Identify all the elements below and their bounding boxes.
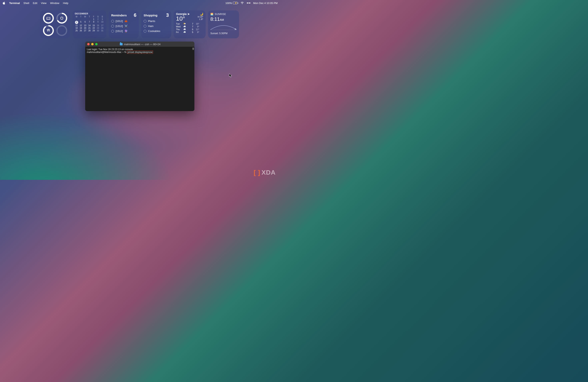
calendar-widget[interactable]: DECEMBER MTWTFSS123456789101112131415161…	[72, 10, 106, 38]
calendar-day: 4	[75, 21, 78, 24]
battery-device-macbook	[43, 13, 54, 24]
terminal-body[interactable]: Last login: Tue Nov 28 23:23:13 on conso…	[85, 47, 194, 111]
calendar-dow: W	[84, 16, 87, 18]
reminder-item[interactable]: [1512] 🔮	[111, 30, 136, 33]
reminder-emoji: 🦀	[125, 19, 127, 22]
calendar-day: 24	[101, 27, 104, 29]
calendar-day	[79, 18, 83, 20]
battery-status[interactable]: 100% ⚡	[225, 1, 238, 5]
calendar-day: 16	[96, 24, 100, 27]
reminder-emoji: ⚔️	[125, 25, 127, 28]
calendar-dow: T	[79, 16, 83, 18]
moon-icon: 🌙	[198, 12, 203, 16]
checkbox-icon[interactable]	[144, 25, 147, 28]
calendar-day: 1	[92, 18, 95, 20]
checkbox-icon[interactable]	[111, 25, 114, 28]
shopping-item[interactable]: Cookables	[144, 30, 169, 33]
terminal-titlebar[interactable]: mahmouditani — -zsh — 80×24	[85, 41, 194, 47]
battery-device-empty	[56, 25, 67, 36]
sunrise-icon: 🌅	[210, 13, 214, 16]
reminder-item[interactable]: [1012] 🦀	[111, 19, 136, 22]
reminders-widget[interactable]: Reminders 6 [1012] 🦀[1312] ⚔️[1512] 🔮	[109, 10, 139, 38]
sun-arc	[210, 23, 237, 30]
calendar-day: 3	[101, 18, 104, 20]
svg-point-14	[57, 26, 67, 35]
weather-day: Fri	[176, 31, 182, 33]
desktop-widgets: DECEMBER MTWTFSS123456789101112131415161…	[40, 10, 239, 38]
battery-device-airpods	[43, 25, 54, 36]
apple-menu-icon[interactable]	[2, 1, 6, 5]
checkbox-icon[interactable]	[111, 20, 114, 22]
zoom-button[interactable]	[95, 43, 98, 45]
svg-rect-3	[47, 17, 50, 19]
calendar-dow: T	[88, 16, 91, 18]
terminal-title: mahmouditani — -zsh — 80×24	[124, 43, 160, 46]
sunrise-time: 8:11	[210, 16, 220, 22]
calendar-day: 25	[75, 30, 78, 32]
weather-day-hi: 5	[189, 28, 193, 31]
calendar-day: 31	[101, 30, 104, 32]
calendar-day: 9	[96, 21, 100, 24]
weather-hi: H:18°	[198, 16, 203, 18]
menu-window[interactable]: Window	[50, 1, 59, 5]
menu-bar: Terminal Shell Edit View Window Help 100…	[0, 0, 280, 6]
menu-help[interactable]: Help	[63, 1, 68, 5]
mouse-cursor-icon	[229, 74, 232, 79]
calendar-day: 28	[88, 30, 91, 32]
shopping-label: Cookables	[148, 30, 160, 33]
calendar-day	[84, 18, 87, 20]
shopping-widget[interactable]: Shopping 3 PlantsHamCookables	[141, 10, 171, 38]
weather-day-hi: 7	[189, 22, 193, 25]
sunset-time: Sunset: 5:30PM	[210, 32, 237, 35]
sunrise-ampm: AM	[220, 18, 224, 21]
xda-watermark: [ ]XDA	[253, 169, 276, 176]
calendar-day: 21	[88, 27, 91, 29]
minimize-button[interactable]	[91, 43, 94, 45]
weather-day-icon: ☁️	[183, 25, 187, 28]
terminal-command[interactable]: pmset displaysleepnow	[127, 51, 153, 54]
menu-edit[interactable]: Edit	[33, 1, 37, 5]
svg-point-10	[47, 29, 48, 31]
calendar-dow: S	[96, 16, 100, 18]
terminal-prompt-line: mahmouditani@Mahmouds-Mac ~ % pmset disp…	[87, 51, 193, 54]
wifi-icon[interactable]	[240, 1, 244, 5]
checkbox-icon[interactable]	[144, 30, 147, 33]
weather-lo: L:8°	[199, 18, 203, 20]
calendar-day: 23	[96, 27, 100, 29]
reminder-emoji: 🔮	[125, 30, 127, 33]
weather-day-icon: ☁️	[183, 31, 187, 33]
menubar-clock[interactable]: Mon Dec 4 10:05 PM	[253, 1, 278, 5]
calendar-day	[88, 18, 91, 20]
batteries-widget[interactable]	[40, 10, 70, 38]
scrollbar-thumb[interactable]	[192, 48, 194, 50]
calendar-dow: S	[101, 16, 104, 18]
terminal-window[interactable]: mahmouditani — -zsh — 80×24 Last login: …	[85, 41, 194, 111]
close-button[interactable]	[87, 43, 90, 45]
shopping-title: Shopping	[144, 14, 157, 17]
calendar-day: 5	[79, 21, 83, 24]
sunrise-label: SUNRISE	[215, 13, 226, 16]
control-center-icon[interactable]	[247, 3, 251, 3]
weather-temp: 10°	[176, 16, 190, 21]
folder-icon	[120, 43, 123, 45]
checkbox-icon[interactable]	[144, 20, 147, 22]
weather-widget[interactable]: Georgia➤ 10° 🌙 H:18° L:8° Tue🌤️715°Wed☁️…	[174, 10, 206, 38]
shopping-label: Plants	[148, 19, 155, 22]
calendar-day: 20	[84, 27, 87, 29]
location-arrow-icon: ➤	[188, 12, 190, 16]
shopping-item[interactable]: Plants	[144, 19, 169, 22]
sunrise-widget[interactable]: 🌅SUNRISE 8:11AM Sunset: 5:30PM	[208, 10, 239, 38]
battery-icon: ⚡	[233, 2, 238, 4]
weather-day-lo: 15°	[194, 22, 199, 25]
menu-app-name[interactable]: Terminal	[9, 1, 20, 5]
weather-day: Tue	[176, 22, 182, 25]
checkbox-icon[interactable]	[111, 30, 114, 33]
shopping-item[interactable]: Ham	[144, 25, 169, 28]
calendar-day	[75, 18, 78, 20]
reminder-label: [1012]	[116, 19, 123, 22]
menu-shell[interactable]: Shell	[23, 1, 29, 5]
menu-view[interactable]: View	[41, 1, 47, 5]
reminder-item[interactable]: [1312] ⚔️	[111, 25, 136, 28]
weather-day-row: Wed☁️79°	[176, 25, 203, 28]
calendar-day: 15	[92, 24, 95, 27]
